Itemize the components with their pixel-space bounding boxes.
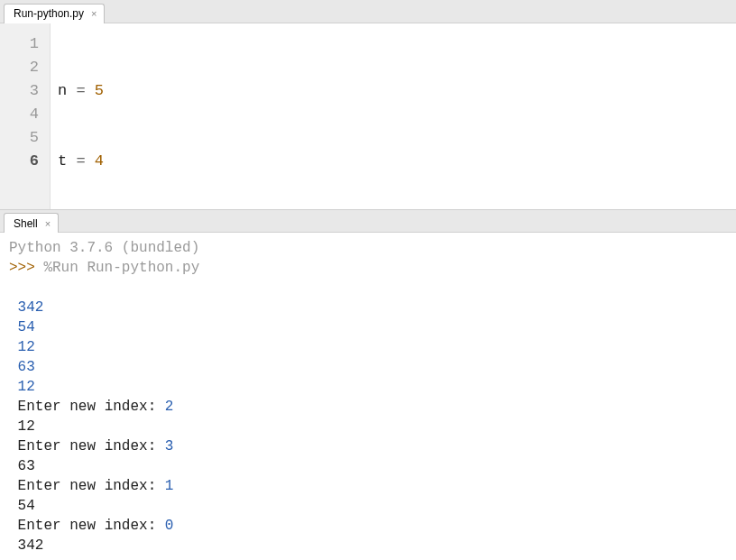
line-number: 1 <box>7 32 39 56</box>
line-number: 2 <box>7 56 39 79</box>
shell-prompt-text: Enter new index: <box>18 399 165 415</box>
shell-input: 1 <box>165 478 174 494</box>
shell-prompt-text: Enter new index: <box>18 438 165 454</box>
editor-tab[interactable]: Run-python.py × <box>4 4 105 23</box>
shell-output[interactable]: Python 3.7.6 (bundled) >>> %Run Run-pyth… <box>0 233 736 560</box>
shell-tab[interactable]: Shell × <box>4 213 59 233</box>
line-number: 3 <box>7 79 39 103</box>
shell-output-line: 54 <box>18 498 35 514</box>
editor-pane: 1 2 3 4 5 6 n = 5 t = 4 numbers = [int(i… <box>0 23 736 209</box>
shell-prompt-text: Enter new index: <box>18 518 165 534</box>
shell-input: 2 <box>165 399 174 415</box>
shell-output-line: 342 <box>18 537 44 554</box>
shell-prompt-text: Enter new index: <box>18 478 165 494</box>
shell-input: 0 <box>165 518 174 534</box>
shell-input: 54 <box>18 319 35 335</box>
shell-tab-bar: Shell × <box>0 209 736 233</box>
editor-tab-bar: Run-python.py × <box>0 0 736 23</box>
line-number-gutter: 1 2 3 4 5 6 <box>0 23 51 209</box>
shell-prompt: >>> <box>9 260 43 276</box>
shell-run-cmd: %Run Run-python.py <box>43 260 199 276</box>
close-icon[interactable]: × <box>89 8 98 19</box>
shell-input: 3 <box>165 438 174 454</box>
shell-input: 12 <box>18 379 35 395</box>
code-line: n = 5 <box>58 79 729 103</box>
shell-version: Python 3.7.6 (bundled) <box>9 240 199 256</box>
shell-tab-label: Shell <box>14 217 38 230</box>
close-icon[interactable]: × <box>43 218 52 229</box>
shell-output-line: 63 <box>18 458 35 474</box>
shell-pane: Python 3.7.6 (bundled) >>> %Run Run-pyth… <box>0 233 736 560</box>
editor-tab-label: Run-python.py <box>14 7 84 20</box>
shell-output-line: 12 <box>18 418 35 435</box>
shell-input: 12 <box>18 339 35 355</box>
shell-input: 63 <box>18 359 35 375</box>
shell-input: 342 <box>18 299 44 316</box>
line-number: 5 <box>7 126 39 150</box>
line-number: 4 <box>7 103 39 126</box>
line-number: 6 <box>7 150 39 173</box>
code-line: t = 4 <box>58 150 729 173</box>
code-area[interactable]: n = 5 t = 4 numbers = [int(input()) for … <box>51 23 736 209</box>
